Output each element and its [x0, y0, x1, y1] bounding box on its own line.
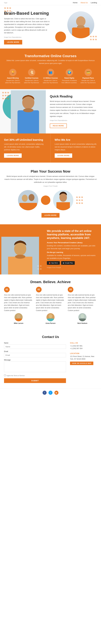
app-store-button[interactable]: 🍎 App Store: [47, 261, 60, 265]
dream-name-2: Anna Parson: [36, 322, 65, 324]
plan-images: ≋≋≋ ≋≋≋ ≋≋≋: [4, 190, 97, 210]
quick-image-side: ≋≋≋ ≋≋≋ ≋≋≋: [0, 89, 46, 134]
svg-rect-13: [56, 202, 70, 210]
contact-info: CALL US +1 (234) 567-891 +1 (234) 567-35…: [70, 342, 97, 383]
form-group-name: Name: [4, 342, 66, 349]
feature-certified-title: Certified Courses: [24, 77, 40, 79]
svg-rect-1: [72, 28, 90, 38]
message-textarea[interactable]: [4, 362, 66, 372]
form-group-email: Email: [4, 350, 66, 358]
feature-rated-desc: Thousands of students from different cou…: [61, 80, 78, 84]
dream-col-2: 02 Arcu non odio euismod lacinia at quis…: [36, 287, 65, 324]
plan-orange-circle: [41, 190, 50, 210]
plan-circle-group: [18, 190, 38, 210]
col-who-we-are: Who We Are Lorem ipsum dolor sit amet co…: [51, 134, 101, 162]
google-play-button[interactable]: ▶ Google Play: [61, 261, 75, 265]
svg-point-15: [14, 242, 26, 256]
quick-read-more-button[interactable]: READ MORE: [50, 124, 67, 128]
svg-point-19: [17, 314, 20, 318]
quick-reading-section: ≋≋≋ ≋≋≋ ≋≋≋ Quick Reading Morbi tempus i…: [0, 89, 101, 134]
dream-text-1: Arcu non odio euismod lacinia at quis ri…: [4, 294, 33, 312]
two-cols-section: Get 30% off Unlimited learning Lorem ips…: [0, 134, 101, 162]
plan-learn-more-button[interactable]: LEARN MORE: [42, 213, 60, 218]
plan-section: Plan Your Success Now Morbi tempus iacul…: [0, 162, 101, 224]
feature-award-desc: Sample text. Click to select the Top Ele…: [5, 80, 21, 84]
hero-image-area: ≋≋≋ ≋≋≋: [54, 11, 97, 44]
terms-checkbox[interactable]: [4, 374, 6, 376]
avatar-2: [46, 313, 54, 321]
quick-person-image: [11, 90, 46, 134]
nav-about[interactable]: About Us: [80, 2, 88, 4]
svg-point-22: [49, 314, 52, 318]
nav-home[interactable]: Home: [73, 2, 78, 4]
location-address: 121 Rock Street, 21 Avenue, New York, NY…: [70, 355, 97, 360]
feature-rated-title: Rated Highly: [61, 77, 78, 79]
plan-wave-deco: ≋≋≋ ≋≋≋ ≋≋≋: [76, 190, 83, 210]
svg-point-9: [28, 194, 34, 201]
discount-title: Get 30% off Unlimited learning: [4, 138, 46, 142]
apple-icon: 🍎: [49, 262, 51, 264]
provide-access-title: Access Your Personalised Creative Librar…: [47, 242, 97, 244]
facebook-icon[interactable]: f: [42, 391, 46, 395]
feature-certified: 📜 Certified Courses Sample text. Click t…: [24, 69, 40, 84]
name-input[interactable]: [4, 344, 66, 349]
dream-num-2: 02: [36, 287, 42, 292]
courses-subtitle: Slibits frid. Lorem ipsum dolor sit amet…: [4, 59, 97, 65]
svg-point-6: [23, 108, 34, 112]
dream-name-3: Nick Hudson: [68, 322, 97, 324]
nav-links: Home About Us Landing: [70, 1, 97, 4]
wave-deco-quick: ≋≋≋ ≋≋≋ ≋≋≋: [2, 91, 9, 100]
svg-point-17: [15, 255, 25, 259]
svg-point-25: [81, 314, 84, 318]
feature-million: 👥 1.5 Million Courses Sample text. Click…: [42, 69, 58, 84]
dream-text-3: Arcu non odio euismod lacinia at quis ri…: [68, 294, 97, 312]
navbar: logo Home About Us Landing: [0, 0, 101, 5]
plan-title: Plan Your Success Now: [4, 169, 97, 174]
email-input[interactable]: [4, 353, 66, 358]
who-desc: Lorem ipsum dolor sit amet consectetur a…: [55, 143, 97, 151]
feature-payment: 💳 Payment Plans Sample text. Click to se…: [80, 69, 96, 84]
feature-certified-desc: Sample text. Click to select the Top Ele…: [24, 80, 40, 84]
contact-title: Contact Us: [4, 335, 97, 339]
quick-reading-body: Morbi tempus iaculis urna id volutpat la…: [50, 100, 97, 118]
location-title: LOCATION: [70, 352, 97, 354]
svg-rect-16: [8, 257, 32, 274]
provide-section: ≋≋ ≋≋ We provide a state of the art onli…: [0, 224, 101, 274]
dream-cols: 01 Arcu non odio euismod lacinia at quis…: [4, 287, 97, 324]
message-label: Message: [4, 359, 66, 361]
avatar-1: [14, 313, 22, 321]
app-buttons: 🍎 App Store ▶ Google Play: [47, 261, 97, 265]
quick-reading-title: Quick Reading: [50, 94, 97, 98]
avatar-3: [78, 313, 86, 321]
name-label: Name: [4, 342, 66, 344]
feature-award: 🏆 Award Winning Sample text. Click to se…: [5, 69, 21, 84]
phone-1: +1 (234) 567-891: [70, 345, 97, 347]
hero-person-svg: [67, 11, 94, 38]
footer: f t ▶: [0, 388, 101, 397]
feature-payment-title: Payment Plans: [80, 77, 96, 79]
svg-point-8: [22, 195, 28, 202]
svg-rect-10: [20, 203, 37, 210]
map-button[interactable]: VIEW ON GOOGLE MAP: [70, 362, 93, 365]
contact-location-block: LOCATION 121 Rock Street, 21 Avenue, New…: [70, 352, 97, 365]
provide-content: We provide a state of the art online lea…: [43, 224, 101, 274]
payment-icon: 💳: [84, 69, 92, 76]
million-icon: 👥: [47, 69, 54, 76]
discount-learn-more-button[interactable]: LEARN MORE: [4, 154, 22, 158]
twitter-icon[interactable]: t: [48, 391, 52, 395]
contact-call-block: CALL US +1 (234) 567-891 +1 (234) 567-35…: [70, 342, 97, 350]
svg-point-12: [60, 193, 67, 202]
who-title: Who We Are: [55, 138, 97, 142]
submit-button[interactable]: SUBMIT: [4, 378, 66, 383]
nav-landing[interactable]: Landing: [91, 2, 97, 4]
youtube-icon[interactable]: ▶: [54, 391, 58, 395]
dream-text-2: Arcu non odio euismod lacinia at quis ri…: [36, 294, 65, 312]
terms-line: I agree the Terms of Service: [4, 374, 66, 376]
hero-section: ≋ ≋ ≋ ≋ ≋ ≋ ≋ ≋ ≋ Brain-Based Learning S…: [0, 5, 101, 48]
plan-circle-girl: [53, 190, 73, 210]
hero-description: Sample text. Click to select the text bo…: [4, 18, 50, 34]
svg-point-0: [76, 16, 86, 26]
certified-icon: 📜: [28, 69, 35, 76]
who-learn-more-button[interactable]: LEARN MORE: [55, 154, 72, 158]
hero-learn-more-button[interactable]: LEARN MORE: [4, 40, 22, 44]
